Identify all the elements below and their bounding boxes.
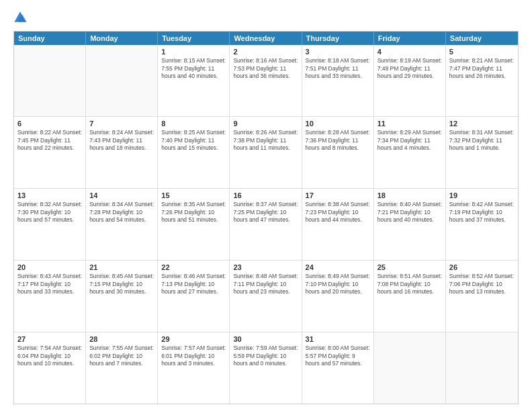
day-number: 5 [449,47,515,56]
day-info: Sunrise: 8:19 AM Sunset: 7:49 PM Dayligh… [378,57,442,80]
day-cell-14: 14Sunrise: 8:34 AM Sunset: 7:28 PM Dayli… [86,189,158,260]
day-info: Sunrise: 8:49 AM Sunset: 7:10 PM Dayligh… [306,273,370,295]
header-day-sunday: Sunday [14,32,86,45]
day-cell-1: 1Sunrise: 8:15 AM Sunset: 7:55 PM Daylig… [158,45,230,116]
calendar-row-2: 13Sunrise: 8:32 AM Sunset: 7:30 PM Dayli… [14,189,518,261]
header-day-friday: Friday [374,32,446,45]
day-cell-20: 20Sunrise: 8:43 AM Sunset: 7:17 PM Dayli… [14,261,86,332]
calendar: SundayMondayTuesdayWednesdayThursdayFrid… [13,31,519,404]
day-number: 29 [161,334,226,344]
day-number: 24 [306,263,370,272]
day-cell-17: 17Sunrise: 8:38 AM Sunset: 7:23 PM Dayli… [302,189,374,260]
calendar-row-1: 6Sunrise: 8:22 AM Sunset: 7:45 PM Daylig… [14,117,518,189]
day-cell-11: 11Sunrise: 8:29 AM Sunset: 7:34 PM Dayli… [374,117,446,188]
day-number: 3 [306,47,370,56]
day-cell-2: 2Sunrise: 8:16 AM Sunset: 7:53 PM Daylig… [230,45,302,116]
day-info: Sunrise: 8:40 AM Sunset: 7:21 PM Dayligh… [378,201,442,224]
day-number: 1 [161,47,226,56]
day-info: Sunrise: 7:57 AM Sunset: 6:01 PM Dayligh… [161,345,226,367]
calendar-row-4: 27Sunrise: 7:54 AM Sunset: 6:04 PM Dayli… [14,332,518,404]
calendar-row-0: 1Sunrise: 8:15 AM Sunset: 7:55 PM Daylig… [14,45,518,117]
logo [13,11,32,24]
calendar-header: SundayMondayTuesdayWednesdayThursdayFrid… [14,32,518,45]
day-info: Sunrise: 8:15 AM Sunset: 7:55 PM Dayligh… [161,57,226,80]
page: SundayMondayTuesdayWednesdayThursdayFrid… [0,0,532,411]
day-number: 27 [17,334,82,344]
day-info: Sunrise: 8:28 AM Sunset: 7:36 PM Dayligh… [306,129,370,152]
day-cell-16: 16Sunrise: 8:37 AM Sunset: 7:25 PM Dayli… [230,189,302,260]
day-info: Sunrise: 8:31 AM Sunset: 7:32 PM Dayligh… [449,129,515,152]
day-number: 30 [233,334,298,344]
day-number: 23 [233,263,298,272]
day-cell-18: 18Sunrise: 8:40 AM Sunset: 7:21 PM Dayli… [374,189,446,260]
day-info: Sunrise: 8:24 AM Sunset: 7:43 PM Dayligh… [89,129,154,152]
logo-icon [13,11,27,24]
day-number: 26 [449,263,515,272]
header [13,11,519,24]
day-number: 18 [378,191,442,200]
day-info: Sunrise: 8:37 AM Sunset: 7:25 PM Dayligh… [233,201,298,224]
day-cell-21: 21Sunrise: 8:45 AM Sunset: 7:15 PM Dayli… [86,261,158,332]
day-info: Sunrise: 8:52 AM Sunset: 7:06 PM Dayligh… [449,273,515,295]
header-day-wednesday: Wednesday [230,32,302,45]
day-info: Sunrise: 8:26 AM Sunset: 7:38 PM Dayligh… [233,129,298,152]
day-number: 8 [161,119,226,128]
day-info: Sunrise: 8:18 AM Sunset: 7:51 PM Dayligh… [306,57,370,80]
day-cell-26: 26Sunrise: 8:52 AM Sunset: 7:06 PM Dayli… [446,261,518,332]
day-info: Sunrise: 8:16 AM Sunset: 7:53 PM Dayligh… [233,57,298,80]
day-number: 21 [89,263,154,272]
day-number: 17 [306,191,370,200]
day-number: 6 [17,119,82,128]
day-cell-8: 8Sunrise: 8:25 AM Sunset: 7:40 PM Daylig… [158,117,230,188]
empty-cell [374,332,446,404]
day-cell-5: 5Sunrise: 8:21 AM Sunset: 7:47 PM Daylig… [446,45,518,116]
day-number: 10 [306,119,370,128]
day-cell-6: 6Sunrise: 8:22 AM Sunset: 7:45 PM Daylig… [14,117,86,188]
calendar-row-3: 20Sunrise: 8:43 AM Sunset: 7:17 PM Dayli… [14,261,518,332]
header-day-tuesday: Tuesday [158,32,230,45]
day-number: 2 [233,47,298,56]
day-cell-23: 23Sunrise: 8:48 AM Sunset: 7:11 PM Dayli… [230,261,302,332]
header-day-thursday: Thursday [302,32,374,45]
day-info: Sunrise: 8:25 AM Sunset: 7:40 PM Dayligh… [161,129,226,152]
day-number: 9 [233,119,298,128]
day-info: Sunrise: 8:51 AM Sunset: 7:08 PM Dayligh… [378,273,442,295]
day-cell-30: 30Sunrise: 7:59 AM Sunset: 5:59 PM Dayli… [230,332,302,404]
header-day-monday: Monday [86,32,158,45]
day-cell-22: 22Sunrise: 8:46 AM Sunset: 7:13 PM Dayli… [158,261,230,332]
day-info: Sunrise: 8:46 AM Sunset: 7:13 PM Dayligh… [161,273,226,295]
day-info: Sunrise: 8:00 AM Sunset: 5:57 PM Dayligh… [306,345,370,367]
day-cell-12: 12Sunrise: 8:31 AM Sunset: 7:32 PM Dayli… [446,117,518,188]
day-info: Sunrise: 8:43 AM Sunset: 7:17 PM Dayligh… [17,273,82,295]
day-cell-4: 4Sunrise: 8:19 AM Sunset: 7:49 PM Daylig… [374,45,446,116]
day-number: 28 [89,334,154,344]
day-info: Sunrise: 8:42 AM Sunset: 7:19 PM Dayligh… [449,201,515,224]
day-number: 20 [17,263,82,272]
calendar-body: 1Sunrise: 8:15 AM Sunset: 7:55 PM Daylig… [14,45,518,404]
day-info: Sunrise: 8:21 AM Sunset: 7:47 PM Dayligh… [449,57,515,80]
day-cell-10: 10Sunrise: 8:28 AM Sunset: 7:36 PM Dayli… [302,117,374,188]
day-info: Sunrise: 8:48 AM Sunset: 7:11 PM Dayligh… [233,273,298,295]
day-info: Sunrise: 7:55 AM Sunset: 6:02 PM Dayligh… [89,345,154,367]
logo-area [13,11,32,24]
day-number: 7 [89,119,154,128]
day-cell-3: 3Sunrise: 8:18 AM Sunset: 7:51 PM Daylig… [302,45,374,116]
day-info: Sunrise: 8:32 AM Sunset: 7:30 PM Dayligh… [17,201,82,224]
day-info: Sunrise: 7:54 AM Sunset: 6:04 PM Dayligh… [17,345,82,367]
empty-cell [86,45,158,116]
header-day-saturday: Saturday [446,32,518,45]
day-info: Sunrise: 8:35 AM Sunset: 7:26 PM Dayligh… [161,201,226,224]
day-number: 31 [306,334,370,344]
day-number: 4 [378,47,442,56]
day-info: Sunrise: 7:59 AM Sunset: 5:59 PM Dayligh… [233,345,298,367]
day-number: 15 [161,191,226,200]
day-cell-9: 9Sunrise: 8:26 AM Sunset: 7:38 PM Daylig… [230,117,302,188]
empty-cell [14,45,86,116]
day-cell-25: 25Sunrise: 8:51 AM Sunset: 7:08 PM Dayli… [374,261,446,332]
day-cell-31: 31Sunrise: 8:00 AM Sunset: 5:57 PM Dayli… [302,332,374,404]
day-number: 14 [89,191,154,200]
day-info: Sunrise: 8:22 AM Sunset: 7:45 PM Dayligh… [17,129,82,152]
day-number: 22 [161,263,226,272]
empty-cell [446,332,518,404]
day-cell-15: 15Sunrise: 8:35 AM Sunset: 7:26 PM Dayli… [158,189,230,260]
